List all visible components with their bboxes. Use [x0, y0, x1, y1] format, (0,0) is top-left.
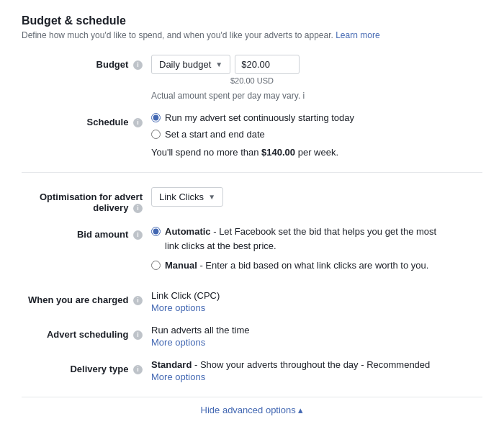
bid-automatic-option[interactable]: Automatic - Let Facebook set the bid tha… — [151, 225, 482, 253]
schedule-option2[interactable]: Set a start and end date — [151, 129, 482, 140]
advert-scheduling-more-options[interactable]: More options — [151, 337, 482, 348]
schedule-radio2[interactable] — [151, 130, 161, 139]
advert-scheduling-row: Advert scheduling i Run adverts all the … — [22, 325, 482, 348]
advert-scheduling-value: Run adverts all the time — [151, 325, 482, 335]
delivery-type-more-options[interactable]: More options — [151, 371, 482, 382]
section-divider — [22, 172, 482, 173]
when-charged-label: When you are charged i — [22, 290, 151, 305]
delivery-type-row: Delivery type i Standard - Show your adv… — [22, 359, 482, 382]
delivery-type-info-icon[interactable]: i — [133, 365, 143, 374]
weekly-spend-note: You'll spend no more than $140.00 per we… — [151, 147, 482, 158]
budget-note: Actual amount spent per day may vary. i — [151, 91, 482, 101]
optimisation-info-icon[interactable]: i — [133, 204, 143, 213]
bid-amount-row: Bid amount i Automatic - Let Facebook se… — [22, 225, 482, 279]
schedule-label: Schedule i — [22, 112, 151, 127]
budget-amount-input[interactable] — [235, 55, 300, 74]
schedule-row: Schedule i Run my advert set continuousl… — [22, 112, 482, 158]
link-clicks-arrow-icon: ▼ — [208, 193, 215, 201]
bid-amount-label: Bid amount i — [22, 225, 151, 240]
link-clicks-dropdown[interactable]: Link Clicks ▼ — [151, 187, 223, 207]
delivery-type-label: Delivery type i — [22, 359, 151, 374]
section-description: Define how much you'd like to spend, and… — [22, 30, 482, 40]
schedule-option2-label: Set a start and end date — [165, 129, 265, 140]
optimisation-content: Link Clicks ▼ — [151, 187, 482, 207]
budget-content: Daily budget ▼ $20.00 USD Actual amount … — [151, 55, 482, 101]
when-charged-row: When you are charged i Link Click (CPC) … — [22, 290, 482, 313]
advert-scheduling-content: Run adverts all the time More options — [151, 325, 482, 348]
budget-label: Budget i — [22, 55, 151, 70]
hide-advanced-section: Hide advanced options ▴ — [22, 397, 482, 415]
budget-info-icon[interactable]: i — [133, 60, 143, 70]
bid-manual-option[interactable]: Manual - Enter a bid based on what link … — [151, 258, 482, 273]
delivery-type-value: Standard - Show your adverts throughout … — [151, 359, 482, 370]
hide-advanced-link[interactable]: Hide advanced options ▴ — [201, 405, 304, 415]
advert-scheduling-info-icon[interactable]: i — [133, 330, 143, 340]
when-charged-info-icon[interactable]: i — [133, 296, 143, 305]
bid-amount-content: Automatic - Let Facebook set the bid tha… — [151, 225, 482, 279]
bid-manual-desc: Manual - Enter a bid based on what link … — [165, 258, 428, 273]
dropdown-arrow-icon: ▼ — [215, 60, 222, 68]
schedule-radio1[interactable] — [151, 113, 161, 122]
delivery-type-content: Standard - Show your adverts throughout … — [151, 359, 482, 382]
schedule-info-icon[interactable]: i — [133, 118, 143, 127]
schedule-content: Run my advert set continuously starting … — [151, 112, 482, 158]
budget-row: Budget i Daily budget ▼ $20.00 USD Actua… — [22, 55, 482, 101]
optimisation-label: Optimisation for advert delivery i — [22, 187, 151, 213]
schedule-option1[interactable]: Run my advert set continuously starting … — [151, 112, 482, 123]
when-charged-content: Link Click (CPC) More options — [151, 290, 482, 313]
bid-automatic-desc: Automatic - Let Facebook set the bid tha… — [165, 225, 438, 253]
bid-radio-manual[interactable] — [151, 261, 161, 270]
when-charged-more-options[interactable]: More options — [151, 302, 482, 313]
bid-radio-automatic[interactable] — [151, 227, 161, 236]
optimisation-row: Optimisation for advert delivery i Link … — [22, 187, 482, 213]
budget-usd: $20.00 USD — [230, 76, 482, 85]
daily-budget-dropdown[interactable]: Daily budget ▼ — [151, 55, 230, 74]
learn-more-link[interactable]: Learn more — [336, 30, 379, 40]
when-charged-value: Link Click (CPC) — [151, 290, 482, 301]
budget-note-info-icon[interactable]: i — [303, 91, 305, 101]
section-title: Budget & schedule — [22, 14, 482, 27]
bid-amount-info-icon[interactable]: i — [133, 230, 143, 240]
schedule-option1-label: Run my advert set continuously starting … — [165, 112, 354, 123]
advert-scheduling-label: Advert scheduling i — [22, 325, 151, 340]
